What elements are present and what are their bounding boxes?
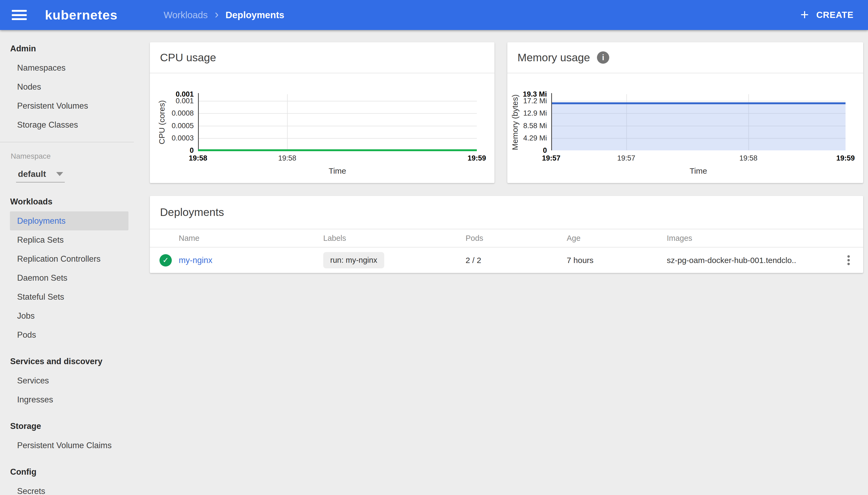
main-content: CPU usage CPU (cores) 0.001 0.001 0.0008… <box>134 30 868 495</box>
create-button-label: CREATE <box>816 10 854 20</box>
status-ok-icon: ✓ <box>159 254 172 267</box>
sidebar-item-namespaces[interactable]: Namespaces <box>10 58 129 77</box>
memory-x-axis-title: Time <box>551 167 846 175</box>
cpu-usage-card: CPU usage CPU (cores) 0.001 0.001 0.0008… <box>150 42 494 183</box>
sidebar-item-nodes[interactable]: Nodes <box>10 77 129 96</box>
memory-series-line <box>551 102 846 104</box>
menu-icon[interactable] <box>12 10 27 20</box>
sidebar-section-services-discovery: Services and discovery <box>0 352 134 371</box>
sidebar-item-deployments[interactable]: Deployments <box>10 211 129 231</box>
cpu-usage-chart: CPU (cores) 0.001 0.001 0.0008 0.0005 0.… <box>150 73 494 175</box>
sidebar-item-replica-sets[interactable]: Replica Sets <box>10 231 129 250</box>
namespace-selector-label: Namespace <box>11 150 134 162</box>
sidebar-section-admin: Admin <box>0 39 134 58</box>
table-row[interactable]: ✓ my-nginx run: my-nginx 2 / 2 7 hours s… <box>150 248 863 273</box>
column-header-age: Age <box>567 234 667 243</box>
pods-cell: 2 / 2 <box>465 256 567 265</box>
chevron-down-icon <box>56 172 63 176</box>
info-icon[interactable]: i <box>597 51 609 64</box>
sidebar-item-replication-controllers[interactable]: Replication Controllers <box>10 250 129 268</box>
column-header-images: Images <box>667 234 831 243</box>
cpu-ytick-zero: 0 <box>190 147 194 155</box>
sidebar-section-storage: Storage <box>0 416 134 436</box>
sidebar-section-config: Config <box>0 462 134 482</box>
deployment-name-link[interactable]: my-nginx <box>179 256 323 265</box>
app-logo[interactable]: kubernetes <box>45 7 117 22</box>
breadcrumb: Workloads › Deployments <box>164 8 284 22</box>
memory-usage-chart: Memory (bytes) 19.3 Mi 17.2 Mi 12.9 Mi 8… <box>507 73 863 175</box>
sidebar-item-pods[interactable]: Pods <box>10 325 129 344</box>
breadcrumb-parent[interactable]: Workloads <box>164 10 208 20</box>
images-cell: sz-pg-oam-docker-hub-001.tendclo.. <box>667 256 831 265</box>
namespace-select-value: default <box>18 169 46 179</box>
labels-chip: run: my-nginx <box>323 252 384 268</box>
sidebar-item-stateful-sets[interactable]: Stateful Sets <box>10 287 129 306</box>
sidebar-item-secrets[interactable]: Secrets <box>10 482 129 495</box>
column-header-labels: Labels <box>323 234 465 243</box>
plus-icon: + <box>800 7 809 23</box>
more-vert-icon[interactable] <box>844 252 854 268</box>
sidebar-item-persistent-volumes[interactable]: Persistent Volumes <box>10 96 129 115</box>
sidebar-item-jobs[interactable]: Jobs <box>10 306 129 325</box>
memory-usage-card: Memory usage i Memory (bytes) 19.3 Mi 17… <box>507 42 863 183</box>
sidebar-item-daemon-sets[interactable]: Daemon Sets <box>10 268 129 287</box>
memory-usage-title: Memory usage <box>517 51 590 64</box>
column-header-pods: Pods <box>465 234 567 243</box>
cpu-x-axis-title: Time <box>198 167 477 175</box>
top-app-bar: kubernetes Workloads › Deployments + CRE… <box>0 0 868 30</box>
memory-ytick-zero: 0 <box>543 147 547 155</box>
sidebar-item-storage-classes[interactable]: Storage Classes <box>10 115 129 134</box>
sidebar-nav: Admin Namespaces Nodes Persistent Volume… <box>0 30 134 495</box>
memory-series-area <box>551 103 846 150</box>
sidebar-divider <box>0 142 134 142</box>
sidebar-item-ingresses[interactable]: Ingresses <box>10 390 129 409</box>
deployments-table-title: Deployments <box>150 196 863 229</box>
deployments-card: Deployments Name Labels Pods Age Images … <box>150 196 863 273</box>
cpu-y-axis-title: CPU (cores) <box>157 100 167 144</box>
namespace-select[interactable]: default <box>16 166 65 183</box>
cpu-usage-title: CPU usage <box>150 42 494 73</box>
sidebar-item-persistent-volume-claims[interactable]: Persistent Volume Claims <box>10 436 129 455</box>
chevron-right-icon: › <box>215 8 219 22</box>
breadcrumb-current: Deployments <box>225 10 285 20</box>
column-header-name: Name <box>179 234 323 243</box>
sidebar-item-services[interactable]: Services <box>10 371 129 390</box>
deployments-table-header: Name Labels Pods Age Images <box>150 229 863 248</box>
age-cell: 7 hours <box>567 256 667 265</box>
memory-y-axis-title: Memory (bytes) <box>511 95 520 150</box>
sidebar-section-workloads: Workloads <box>0 192 134 211</box>
create-button[interactable]: + CREATE <box>800 7 854 23</box>
memory-usage-title-row: Memory usage i <box>507 42 863 73</box>
